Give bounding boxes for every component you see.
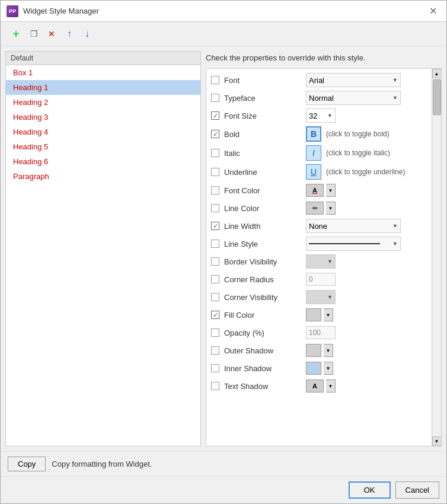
font-color-label: Font Color — [224, 186, 301, 195]
corner-visibility-checkbox[interactable] — [211, 293, 219, 301]
properties-container: Font Arial ▼ Typeface — [206, 68, 442, 446]
fill-color-swatch[interactable] — [306, 308, 321, 321]
cancel-button[interactable]: Cancel — [395, 481, 439, 499]
font-color-dropdown-arrow[interactable]: ▼ — [326, 184, 336, 197]
bold-toggle-button[interactable]: B — [306, 126, 321, 142]
opacity-label: Opacity (%) — [224, 328, 301, 337]
inner-shadow-control: ▼ — [306, 362, 427, 375]
copy-description: Copy formatting from Widget. — [52, 460, 152, 468]
corner-visibility-dropdown[interactable]: ▼ — [306, 290, 336, 304]
copy-style-button[interactable]: ❐ — [27, 27, 41, 41]
italic-checkbox[interactable] — [211, 149, 219, 157]
outer-shadow-dropdown-arrow[interactable]: ▼ — [324, 344, 333, 357]
typeface-control: Normal ▼ — [306, 91, 427, 105]
font-dropdown[interactable]: Arial ▼ — [306, 73, 401, 87]
list-item[interactable]: Heading 4 — [6, 125, 200, 139]
widget-style-manager-dialog: PP Widget Style Manager ✕ + ❐ ✕ ↑ ↓ Defa… — [0, 0, 447, 504]
underline-toggle-button[interactable]: U — [306, 164, 321, 180]
property-font-color: Font Color A ▼ — [206, 181, 432, 199]
list-item[interactable]: Heading 1 — [6, 80, 200, 95]
property-line-color: Line Color ✏ ▼ — [206, 199, 432, 217]
opacity-input[interactable] — [306, 326, 336, 339]
line-width-label: Line Width — [224, 222, 301, 231]
list-item[interactable]: Heading 2 — [6, 95, 200, 110]
chevron-down-icon: ▼ — [392, 95, 398, 101]
bold-label: Bold — [224, 130, 301, 139]
fill-color-label: Fill Color — [224, 311, 301, 320]
add-button[interactable]: + — [9, 27, 23, 41]
line-color-checkbox[interactable] — [211, 204, 219, 212]
text-shadow-checkbox[interactable] — [211, 382, 219, 390]
property-fill-color: Fill Color ▼ — [206, 306, 432, 324]
font-size-label: Font Size — [224, 111, 301, 120]
line-width-checkbox[interactable] — [211, 222, 219, 230]
bold-checkbox[interactable] — [211, 130, 219, 138]
border-visibility-control: ▼ — [306, 254, 427, 269]
typeface-checkbox[interactable] — [211, 94, 219, 102]
ok-button[interactable]: OK — [349, 481, 391, 499]
corner-radius-input[interactable] — [306, 273, 336, 286]
move-up-button[interactable]: ↑ — [62, 27, 76, 41]
text-shadow-control: A ▼ — [306, 379, 427, 393]
fill-color-control: ▼ — [306, 308, 427, 321]
app-icon: PP — [7, 5, 18, 17]
fill-color-checkbox[interactable] — [211, 311, 219, 319]
inner-shadow-swatch[interactable] — [306, 362, 321, 375]
property-outer-shadow: Outer Shadow ▼ — [206, 342, 432, 359]
outer-shadow-checkbox[interactable] — [211, 346, 219, 355]
corner-visibility-control: ▼ — [306, 290, 427, 304]
list-item[interactable]: Heading 3 — [6, 110, 200, 125]
chevron-down-icon: ▼ — [327, 294, 333, 300]
line-color-dropdown-arrow[interactable]: ▼ — [326, 202, 336, 215]
underline-checkbox[interactable] — [211, 168, 219, 176]
line-style-dropdown[interactable]: ▼ — [306, 237, 401, 251]
font-size-box[interactable]: 32 ▼ — [306, 109, 336, 123]
fill-color-dropdown-arrow[interactable]: ▼ — [324, 308, 333, 321]
delete-button[interactable]: ✕ — [44, 27, 59, 41]
title-bar-left: PP Widget Style Manager — [7, 5, 99, 17]
outer-shadow-swatch[interactable] — [306, 344, 321, 357]
italic-control: I (click to toggle italic) — [306, 145, 427, 161]
font-size-checkbox[interactable] — [211, 111, 219, 120]
style-list: Box 1 Heading 1 Heading 2 Heading 3 Head… — [6, 65, 200, 446]
line-style-preview — [309, 243, 380, 244]
scrollbar-thumb[interactable] — [433, 79, 441, 115]
inner-shadow-dropdown-arrow[interactable]: ▼ — [324, 362, 333, 375]
text-shadow-swatch[interactable]: A — [306, 379, 324, 393]
border-visibility-label: Border Visibility — [224, 257, 301, 266]
corner-radius-checkbox[interactable] — [211, 275, 219, 283]
corner-radius-label: Corner Radius — [224, 275, 301, 284]
italic-label: Italic — [224, 149, 301, 158]
underline-toggle-text: (click to toggle underline) — [326, 168, 405, 176]
text-shadow-dropdown-arrow[interactable]: ▼ — [326, 379, 336, 393]
line-style-checkbox[interactable] — [211, 240, 219, 248]
toolbar: + ❐ ✕ ↑ ↓ — [1, 22, 446, 46]
list-item[interactable]: Box 1 — [6, 65, 200, 80]
border-visibility-dropdown[interactable]: ▼ — [306, 254, 336, 269]
close-button[interactable]: ✕ — [426, 4, 440, 18]
list-item[interactable]: Heading 6 — [6, 154, 200, 169]
list-item[interactable]: Heading 5 — [6, 139, 200, 154]
opacity-checkbox[interactable] — [211, 328, 219, 337]
outer-shadow-control: ▼ — [306, 344, 427, 357]
line-color-swatch[interactable]: ✏ — [306, 202, 324, 215]
border-visibility-checkbox[interactable] — [211, 257, 219, 266]
font-label: Font — [224, 76, 301, 85]
scrollbar-up-button[interactable]: ▲ — [432, 69, 442, 78]
italic-toggle-button[interactable]: I — [306, 145, 321, 161]
inner-shadow-checkbox[interactable] — [211, 364, 219, 372]
typeface-dropdown[interactable]: Normal ▼ — [306, 91, 401, 105]
line-color-control: ✏ ▼ — [306, 202, 427, 215]
group-header: Default — [6, 52, 200, 65]
font-color-swatch[interactable]: A — [306, 184, 324, 197]
properties-scroll: Font Arial ▼ Typeface — [206, 69, 432, 446]
scrollbar-down-button[interactable]: ▼ — [432, 436, 442, 446]
underline-control: U (click to toggle underline) — [306, 164, 427, 180]
move-down-button[interactable]: ↓ — [80, 27, 94, 41]
line-width-dropdown[interactable]: None ▼ — [306, 219, 401, 233]
list-item[interactable]: Paragraph — [6, 169, 200, 184]
font-checkbox[interactable] — [211, 76, 219, 84]
bold-toggle-text: (click to toggle bold) — [326, 130, 389, 138]
copy-formatting-button[interactable]: Copy — [8, 457, 46, 471]
font-color-checkbox[interactable] — [211, 186, 219, 194]
